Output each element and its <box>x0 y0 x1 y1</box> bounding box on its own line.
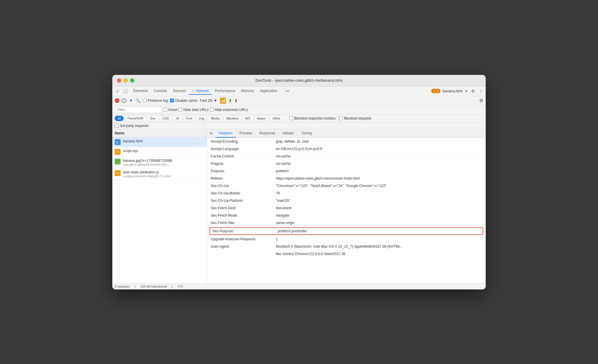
file-subtitle: cdn.glitch.global/87b4c0fe-655... <box>123 163 172 166</box>
tab-console[interactable]: Console <box>151 88 170 95</box>
file-name: script.mjs <box>123 149 138 153</box>
filter-font[interactable]: Font <box>183 116 195 121</box>
search-icon[interactable]: 🔍 <box>135 98 140 103</box>
header-row: Sec-Ch-Ua-Platform: "macOS" <box>207 197 486 204</box>
list-item[interactable]: 🌿 banana.jpg?v=1705668720588 cdn.glitch.… <box>112 157 207 168</box>
preserve-log-label[interactable]: Preserve log <box>143 99 168 103</box>
requests-count: 6 requests <box>115 285 130 288</box>
blocked-requests-checkbox[interactable] <box>339 116 343 120</box>
status-divider: | <box>135 285 135 288</box>
hide-data-urls-label[interactable]: Hide data URLs <box>178 108 209 112</box>
blocked-response-cookies-checkbox[interactable] <box>289 116 293 120</box>
inspect-icon[interactable]: ⊹ <box>115 88 120 94</box>
filter-fetch-xhr[interactable]: Fetch/XHR <box>125 116 146 121</box>
tab-performance[interactable]: Performance <box>212 88 238 95</box>
filter-input[interactable] <box>115 107 162 113</box>
page-selector-arrow[interactable]: ▼ <box>465 89 468 93</box>
filter-other[interactable]: Other <box>270 116 283 121</box>
filter-ws[interactable]: WS <box>242 116 253 121</box>
header-name: Sec-Fetch-Mode: <box>211 213 276 218</box>
filter-wasm[interactable]: Wasm <box>254 116 269 121</box>
hide-extension-urls-checkbox[interactable] <box>210 108 214 112</box>
window-title: DevTools - speculative-rules.glitch.me/b… <box>255 78 342 83</box>
header-name: User-Agent: <box>211 244 276 249</box>
header-row: Sec-Fetch-Site: same-origin <box>207 219 486 227</box>
header-value: same-origin <box>276 221 295 225</box>
page-selector[interactable]: banana.html <box>443 89 462 93</box>
filter-doc[interactable]: Doc <box>147 116 159 121</box>
header-value: gzip, deflate, br, zstd <box>276 139 308 144</box>
minimize-button[interactable] <box>124 78 128 83</box>
blocked-response-cookies-text: Blocked response cookies <box>294 116 335 120</box>
blocked-response-cookies-label[interactable]: Blocked response cookies <box>289 116 335 120</box>
tab-application[interactable]: Application <box>257 88 280 95</box>
invert-label[interactable]: Invert <box>163 108 177 112</box>
header-row: Purpose: prefetch <box>207 167 486 175</box>
tab-headers[interactable]: Headers <box>215 129 236 138</box>
third-party-text: 3rd-party requests <box>120 124 148 128</box>
throttle-arrow: ▼ <box>214 99 217 103</box>
panel-close-button[interactable]: ✕ <box>210 131 213 136</box>
clear-button[interactable]: ⊘ <box>122 98 127 103</box>
list-item[interactable]: ☰ banana.html <box>112 137 207 147</box>
filter-css[interactable]: CSS <box>160 116 172 121</box>
tab-response[interactable]: Response <box>256 129 279 138</box>
upload-icon[interactable]: ⬆ <box>228 98 232 103</box>
list-item[interactable]: </> script.mjs <box>112 147 207 157</box>
filter-bar: Invert Hide data URLs Hide extension URL… <box>112 105 486 115</box>
header-value: like Gecko) Chrome/122.0.0.0 Safari/537.… <box>276 252 345 256</box>
network-settings-icon[interactable]: ⚙ <box>479 98 483 103</box>
main-tabs: Elements Console Sources ⚠ Network Perfo… <box>130 88 280 95</box>
filter-img[interactable]: Img <box>196 116 207 121</box>
tab-memory[interactable]: Memory <box>238 88 257 95</box>
tab-sources[interactable]: Sources <box>170 88 189 95</box>
device-icon[interactable]: ⬜ <box>122 88 128 94</box>
settings-icon[interactable]: ⚙ <box>470 88 476 94</box>
filter-icon[interactable]: ▼ <box>129 98 133 103</box>
header-value: "Chromium";v="122", "Not(A:Brand";v="24"… <box>276 184 386 188</box>
tab-preview[interactable]: Preview <box>236 129 256 138</box>
preserve-log-checkbox[interactable] <box>143 99 147 102</box>
tab-elements[interactable]: Elements <box>130 88 151 95</box>
header-name: Accept-Language: <box>211 147 276 151</box>
wifi-icon[interactable]: 📶 <box>220 97 226 104</box>
disable-cache-checkbox[interactable] <box>170 99 174 102</box>
filter-js[interactable]: JS <box>173 116 182 121</box>
invert-checkbox[interactable] <box>163 108 167 112</box>
header-row: Accept-Encoding: gzip, deflate, br, zstd <box>207 138 486 145</box>
record-button[interactable] <box>115 98 119 103</box>
hide-data-urls-checkbox[interactable] <box>178 108 182 112</box>
file-info: banana.jpg?v=1705668720588 cdn.glitch.gl… <box>123 159 172 166</box>
third-party-checkbox[interactable] <box>115 124 119 128</box>
filter-manifest[interactable]: Manifest <box>223 116 241 121</box>
invert-text: Invert <box>168 108 177 112</box>
header-value: prefetch <box>276 169 289 173</box>
headers-content: Accept-Encoding: gzip, deflate, br, zstd… <box>207 138 486 283</box>
tab-timing[interactable]: Timing <box>298 129 315 138</box>
hide-extension-urls-label[interactable]: Hide extension URLs <box>210 108 248 112</box>
download-icon[interactable]: ⬇ <box>234 98 238 103</box>
header-name: Sec-Purpose: <box>212 229 278 233</box>
tab-initiator[interactable]: Initiator <box>279 129 298 138</box>
more-options-icon[interactable]: ⋮ <box>478 88 483 94</box>
list-item[interactable]: </> web-vitals.attribution.js unpkg.com/… <box>112 168 207 180</box>
file-subtitle: unpkg.com/web-vitals@3.5.1/dist <box>123 174 171 178</box>
header-row: Upgrade-Insecure-Requests: 1 <box>207 236 486 243</box>
file-name: banana.jpg?v=1705668720588 <box>123 159 172 163</box>
header-row: Pragma: no-cache <box>207 160 486 167</box>
svg-text:☰: ☰ <box>116 141 118 144</box>
filter-all[interactable]: All <box>115 116 124 121</box>
warning-badge[interactable]: ⚠ 2 <box>431 89 440 93</box>
close-button[interactable] <box>117 78 121 83</box>
third-party-label[interactable]: 3rd-party requests <box>115 124 148 128</box>
tab-network[interactable]: ⚠ Network <box>189 88 212 95</box>
maximize-button[interactable] <box>130 78 134 83</box>
img-file-icon: 🌿 <box>115 159 121 165</box>
blocked-requests-label[interactable]: Blocked requests <box>339 116 371 120</box>
more-tabs-button[interactable]: >> <box>283 88 292 94</box>
file-info: banana.html <box>123 139 143 143</box>
filter-media[interactable]: Media <box>208 116 222 121</box>
disable-cache-label[interactable]: Disable cache <box>170 99 197 103</box>
header-row: Sec-Fetch-Mode: navigate <box>207 212 486 219</box>
throttle-selector[interactable]: Fast 3G ▼ <box>200 99 218 103</box>
